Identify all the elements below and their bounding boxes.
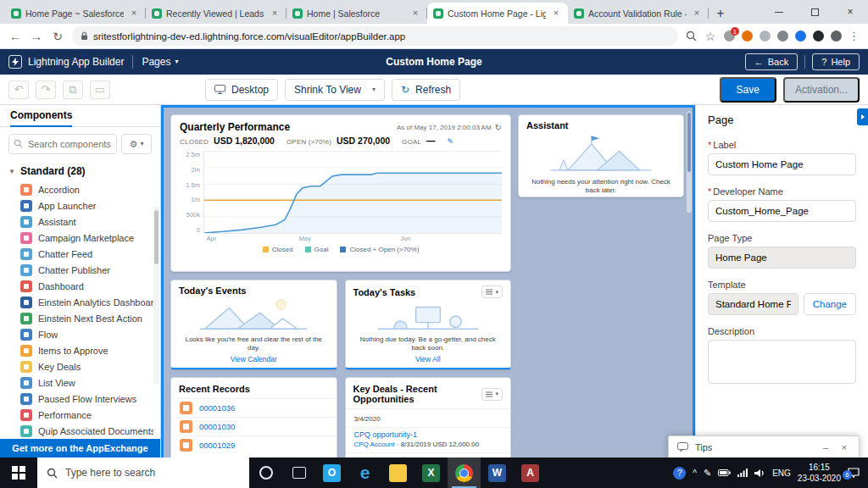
taskbar-app-icon[interactable]: O <box>315 458 348 488</box>
tab-close-icon[interactable]: × <box>269 8 281 19</box>
window-close-button[interactable]: × <box>832 0 868 24</box>
pages-menu[interactable]: Pages ▾ <box>142 56 178 68</box>
canvas-scrollbar[interactable] <box>687 111 692 213</box>
component-item[interactable]: Flow <box>0 326 160 342</box>
component-item[interactable]: Assistant <box>0 214 160 230</box>
cortana-icon[interactable] <box>249 458 282 488</box>
delete-button[interactable]: ▭ <box>90 80 110 99</box>
change-template-button[interactable]: Change <box>804 293 856 315</box>
component-item[interactable]: Accordion <box>0 181 160 197</box>
refresh-icon[interactable]: ↻ <box>495 123 502 132</box>
window-maximize-button[interactable] <box>797 0 832 24</box>
component-item[interactable]: Chatter Feed <box>0 246 160 262</box>
save-button[interactable]: Save <box>720 77 776 103</box>
component-item[interactable]: Dashboard <box>0 278 160 294</box>
browser-tab[interactable]: Home | Salesforce × <box>287 3 427 24</box>
help-icon[interactable]: ? <box>673 467 686 480</box>
record-link[interactable]: 00001029 <box>199 441 235 450</box>
tasks-settings-button[interactable]: ▾ <box>481 286 503 298</box>
collapse-panel-handle[interactable] <box>857 108 868 125</box>
tab-close-icon[interactable]: × <box>128 8 140 19</box>
assistant-card[interactable]: Assistant Nothing needs your attention r… <box>518 114 684 197</box>
key-deals-card[interactable]: Key Deals - Recent Opportunities ▾ <box>345 377 512 458</box>
volume-icon[interactable] <box>754 469 765 478</box>
window-minimize-button[interactable] <box>761 0 797 24</box>
extension-icon[interactable] <box>760 30 771 42</box>
language-indicator[interactable]: ENG <box>772 469 791 478</box>
view-all-link[interactable]: View All <box>346 353 511 368</box>
url-bar[interactable]: sritestforlightning-dev-ed.lightning.for… <box>72 26 678 46</box>
record-link[interactable]: 00001036 <box>199 403 235 413</box>
browser-menu-icon[interactable]: ⋮ <box>849 30 860 42</box>
tray-expand-icon[interactable]: ^ <box>693 469 697 478</box>
extension-icon[interactable] <box>777 30 788 42</box>
task-view-icon[interactable] <box>282 458 315 488</box>
taskbar-app-icon[interactable] <box>381 458 415 488</box>
edit-goal-pencil-icon[interactable]: ✎ <box>448 137 454 146</box>
taskbar-app-icon[interactable]: A <box>514 458 547 488</box>
page-canvas[interactable]: Quarterly Performance As of May 17, 2019… <box>161 105 695 458</box>
forward-icon[interactable]: → <box>30 30 43 43</box>
back-icon[interactable]: ← <box>8 30 22 43</box>
todays-events-card[interactable]: Today's Events Looks like you're f <box>170 280 337 369</box>
zoom-icon[interactable] <box>686 30 697 42</box>
component-item[interactable]: Key Deals <box>0 358 160 374</box>
refresh-button[interactable]: ↻ Refresh <box>392 79 460 101</box>
pen-icon[interactable]: ✎ <box>704 468 711 479</box>
start-button[interactable] <box>0 458 37 488</box>
help-button[interactable]: ? Help <box>812 53 860 70</box>
component-item[interactable]: Quip Associated Documents <box>0 423 160 439</box>
extension-icon[interactable] <box>742 30 753 42</box>
tips-close-icon[interactable]: × <box>838 442 850 452</box>
extension-icon[interactable] <box>795 30 806 42</box>
component-item[interactable]: List View <box>0 374 160 391</box>
record-row[interactable]: 00001030 <box>171 417 337 435</box>
profile-avatar[interactable] <box>831 30 842 42</box>
tips-minimize-icon[interactable]: – <box>820 442 832 452</box>
network-icon[interactable] <box>737 469 748 477</box>
todays-tasks-card[interactable]: Today's Tasks ▾ <box>345 280 512 369</box>
sidebar-scrollbar[interactable] <box>153 207 159 385</box>
browser-tab[interactable]: Custom Home Page - Light × <box>427 3 568 24</box>
component-item[interactable]: Performance <box>0 407 160 423</box>
deals-settings-button[interactable]: ▾ <box>481 388 503 401</box>
taskbar-clock[interactable]: 16:15 23-03-2020 <box>798 462 841 484</box>
browser-tab[interactable]: Recently Viewed | Leads | S × <box>146 3 287 24</box>
new-tab-button[interactable]: + <box>709 3 732 24</box>
recent-records-card[interactable]: Recent Records 00001036 <box>170 377 337 458</box>
taskbar-app-icon[interactable]: W <box>481 458 514 488</box>
back-button[interactable]: ← Back <box>745 53 798 70</box>
scrollbar-thumb[interactable] <box>687 113 691 172</box>
reload-icon[interactable]: ↻ <box>51 30 64 43</box>
developer-name-input[interactable] <box>708 200 856 222</box>
extension-icon[interactable]: 1 <box>724 30 735 42</box>
taskbar-search[interactable]: Type here to search <box>37 458 249 488</box>
taskbar-app-icon[interactable]: X <box>415 458 448 488</box>
tab-close-icon[interactable]: × <box>691 8 703 19</box>
extension-icon[interactable] <box>813 30 824 42</box>
component-item[interactable]: Campaign Marketplace <box>0 230 160 246</box>
tab-components[interactable]: Components <box>10 105 72 127</box>
scrollbar-thumb[interactable] <box>154 210 159 264</box>
component-item[interactable]: Chatter Publisher <box>0 262 160 278</box>
record-row[interactable]: 00001029 <box>171 435 337 454</box>
deal-row[interactable]: 3/4/2020 <box>346 408 511 427</box>
component-settings-button[interactable]: ⚙ ▾ <box>121 134 152 154</box>
deal-row[interactable]: CPQ opportunity-1 CPQ Account · 8/31/201… <box>346 427 511 452</box>
taskbar-app-icon[interactable] <box>448 458 481 488</box>
activation-button[interactable]: Activation... <box>783 77 860 103</box>
notification-center-icon[interactable]: 6 <box>848 468 860 478</box>
taskbar-app-icon[interactable]: e <box>348 458 381 488</box>
section-standard[interactable]: ▼ Standard (28) <box>0 161 160 181</box>
copy-button[interactable]: ⧉ <box>63 80 83 99</box>
browser-tab[interactable]: Home Page ~ Salesforce - L × <box>5 3 146 24</box>
view-mode-select[interactable]: Shrink To View ▾ <box>285 79 385 101</box>
deal-opportunity-link[interactable]: CPQ opportunity-1 <box>354 430 503 441</box>
battery-icon[interactable] <box>718 469 731 477</box>
description-textarea[interactable] <box>708 340 856 384</box>
record-row[interactable]: 00001036 <box>171 398 337 417</box>
component-item[interactable]: Einstein Next Best Action <box>0 310 160 326</box>
record-link[interactable]: 00001030 <box>199 422 235 431</box>
browser-tab[interactable]: Account Validation Rule - S × <box>568 3 709 24</box>
label-input[interactable] <box>708 153 856 175</box>
